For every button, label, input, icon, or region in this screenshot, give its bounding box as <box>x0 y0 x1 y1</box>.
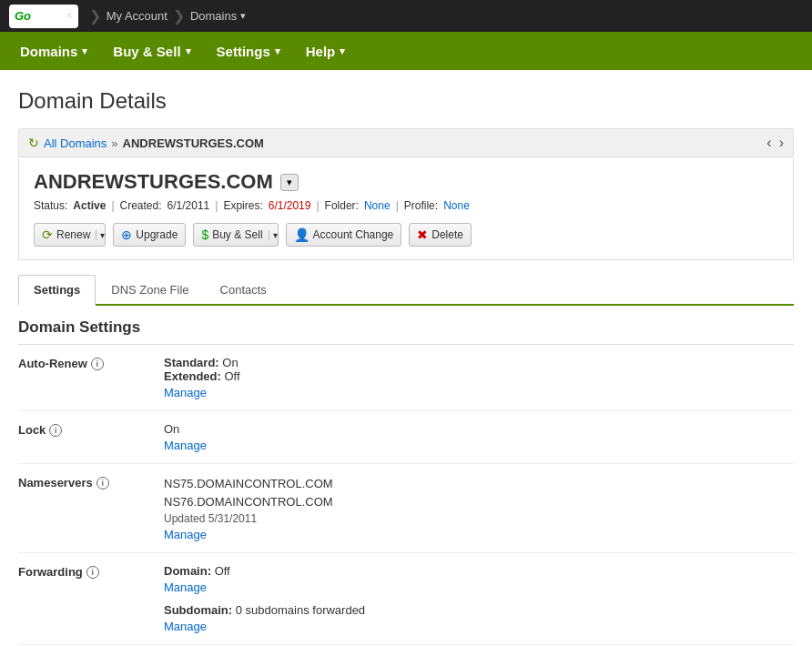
created-label: Created: <box>120 199 162 212</box>
renew-dropdown-icon[interactable]: ▾ <box>96 230 105 240</box>
settings-section-title: Domain Settings <box>18 306 794 345</box>
sep-icon-1: ❯ <box>89 7 101 25</box>
prev-domain-arrow-icon[interactable]: ‹ <box>766 135 771 151</box>
auto-renew-row: Auto-Renew i Standard: On Extended: Off … <box>18 345 794 411</box>
breadcrumb-left: ↻ All Domains » ANDREWSTURGES.COM <box>28 136 264 150</box>
folder-label: Folder: <box>325 199 359 212</box>
meta-sep-4: | <box>396 199 399 212</box>
nameservers-row: Nameservers i NS75.DOMAINCONTROL.COM NS7… <box>18 464 794 553</box>
buy-sell-button[interactable]: $ Buy & Sell ▾ <box>193 223 278 247</box>
nameservers-manage-link[interactable]: Manage <box>164 528 794 541</box>
auto-renew-label: Auto-Renew i <box>18 356 164 370</box>
tabs-bar: Settings DNS Zone File Contacts <box>18 275 794 306</box>
buy-sell-icon: $ <box>201 227 208 242</box>
my-account-link[interactable]: My Account <box>107 9 167 23</box>
tab-settings[interactable]: Settings <box>18 275 96 306</box>
account-change-label: Account Change <box>313 228 394 241</box>
renew-label: Renew <box>56 228 90 241</box>
domain-forwarding-value: Off <box>215 564 230 578</box>
settings-section: Domain Settings Auto-Renew i Standard: O… <box>18 306 794 645</box>
forwarding-manage-link-1[interactable]: Manage <box>164 580 794 594</box>
nav-buy-sell-chevron-icon: ▾ <box>186 45 191 57</box>
profile-value[interactable]: None <box>443 199 470 212</box>
nav-item-help[interactable]: Help ▾ <box>293 32 359 70</box>
nameservers-text: Nameservers <box>18 476 93 490</box>
breadcrumb-separator: » <box>111 136 117 150</box>
created-value: 6/1/2011 <box>167 199 210 212</box>
expires-value[interactable]: 6/1/2019 <box>269 199 311 212</box>
nav-help-chevron-icon: ▾ <box>340 45 345 57</box>
main-navigation: Domains ▾ Buy & Sell ▾ Settings ▾ Help ▾ <box>0 32 812 70</box>
nav-domains-label: Domains <box>20 44 77 59</box>
forwarding-value: Domain: Off Manage Subdomain: 0 subdomai… <box>164 564 794 633</box>
ns2: NS76.DOMAINCONTROL.COM <box>164 493 794 511</box>
nav-help-label: Help <box>306 44 336 59</box>
profile-label: Profile: <box>404 199 438 212</box>
all-domains-link[interactable]: All Domains <box>44 136 107 150</box>
account-change-button[interactable]: 👤 Account Change <box>286 223 402 247</box>
nameservers-info-icon[interactable]: i <box>96 477 109 490</box>
meta-sep-1: | <box>111 199 114 212</box>
domain-name-row: ANDREWSTURGES.COM ▾ <box>34 170 778 194</box>
top-navigation: GoDaddy® ❯ My Account ❯ Domains ▾ <box>0 0 812 32</box>
lock-row: Lock i On Manage <box>18 411 794 464</box>
tab-dns-zone-file[interactable]: DNS Zone File <box>96 275 204 304</box>
status-label: Status: <box>34 199 67 212</box>
tab-contacts[interactable]: Contacts <box>205 275 282 304</box>
godaddy-logo[interactable]: GoDaddy® <box>9 5 78 28</box>
domains-chevron-icon: ▾ <box>240 10 246 22</box>
breadcrumb: ↻ All Domains » ANDREWSTURGES.COM ‹ › <box>18 128 794 157</box>
folder-value[interactable]: None <box>364 199 391 212</box>
nav-settings-chevron-icon: ▾ <box>275 45 280 57</box>
domain-meta: Status: Active | Created: 6/1/2011 | Exp… <box>34 199 778 212</box>
forwarding-label: Forwarding i <box>18 564 164 579</box>
nav-settings-label: Settings <box>217 44 270 59</box>
renew-button[interactable]: ⟳ Renew ▾ <box>34 223 106 247</box>
domains-top-link[interactable]: Domains <box>190 9 237 23</box>
breadcrumb-navigation: ‹ › <box>766 135 784 151</box>
action-buttons: ⟳ Renew ▾ ⊕ Upgrade $ Buy & Sell ▾ 👤 Acc… <box>34 223 778 247</box>
domain-card: ANDREWSTURGES.COM ▾ Status: Active | Cre… <box>18 157 794 260</box>
page-content: Domain Details ↻ All Domains » ANDREWSTU… <box>0 70 812 645</box>
forwarding-info-icon[interactable]: i <box>86 566 99 579</box>
delete-button[interactable]: ✖ Delete <box>409 223 472 247</box>
meta-sep-2: | <box>215 199 218 212</box>
ns1: NS75.DOMAINCONTROL.COM <box>164 475 794 493</box>
domain-forwarding-label: Domain: <box>164 564 211 578</box>
status-value: Active <box>73 199 106 212</box>
subdomain-forwarding-value: 0 subdomains forwarded <box>236 603 365 617</box>
nameservers-label: Nameservers i <box>18 475 164 490</box>
auto-renew-extended: Extended: Off <box>164 369 794 383</box>
domain-forwarding: Domain: Off <box>164 564 794 578</box>
ns-updated: Updated 5/31/2011 <box>164 512 794 525</box>
nav-item-buy-sell[interactable]: Buy & Sell ▾ <box>100 32 203 70</box>
nav-item-settings[interactable]: Settings ▾ <box>204 32 293 70</box>
auto-renew-manage-link[interactable]: Manage <box>164 386 794 399</box>
lock-manage-link[interactable]: Manage <box>164 439 794 452</box>
lock-info-icon[interactable]: i <box>49 424 62 437</box>
breadcrumb-current: ANDREWSTURGES.COM <box>123 136 264 150</box>
domain-dropdown-button[interactable]: ▾ <box>280 174 299 191</box>
subdomain-forwarding: Subdomain: 0 subdomains forwarded <box>164 603 794 617</box>
auto-renew-text: Auto-Renew <box>18 357 87 370</box>
domain-name: ANDREWSTURGES.COM <box>34 170 273 194</box>
lock-status: On <box>164 422 794 436</box>
forwarding-row: Forwarding i Domain: Off Manage Subdomai… <box>18 553 794 645</box>
sep-icon-2: ❯ <box>173 7 185 25</box>
next-domain-arrow-icon[interactable]: › <box>779 135 784 151</box>
upgrade-button[interactable]: ⊕ Upgrade <box>113 223 186 247</box>
nameservers-value: NS75.DOMAINCONTROL.COM NS76.DOMAINCONTRO… <box>164 475 794 541</box>
refresh-icon[interactable]: ↻ <box>28 136 39 150</box>
lock-label: Lock i <box>18 422 164 437</box>
auto-renew-standard: Standard: On <box>164 356 794 369</box>
auto-renew-info-icon[interactable]: i <box>91 358 104 370</box>
nav-item-domains[interactable]: Domains ▾ <box>7 32 100 70</box>
page-title: Domain Details <box>18 88 794 114</box>
forwarding-manage-link-2[interactable]: Manage <box>164 620 794 633</box>
expires-label: Expires: <box>223 199 262 212</box>
domains-nav-group: Domains ▾ <box>190 9 246 23</box>
buy-sell-dropdown-icon[interactable]: ▾ <box>269 230 278 240</box>
account-change-icon: 👤 <box>294 227 310 242</box>
meta-sep-3: | <box>316 199 319 212</box>
renew-icon: ⟳ <box>42 227 53 242</box>
